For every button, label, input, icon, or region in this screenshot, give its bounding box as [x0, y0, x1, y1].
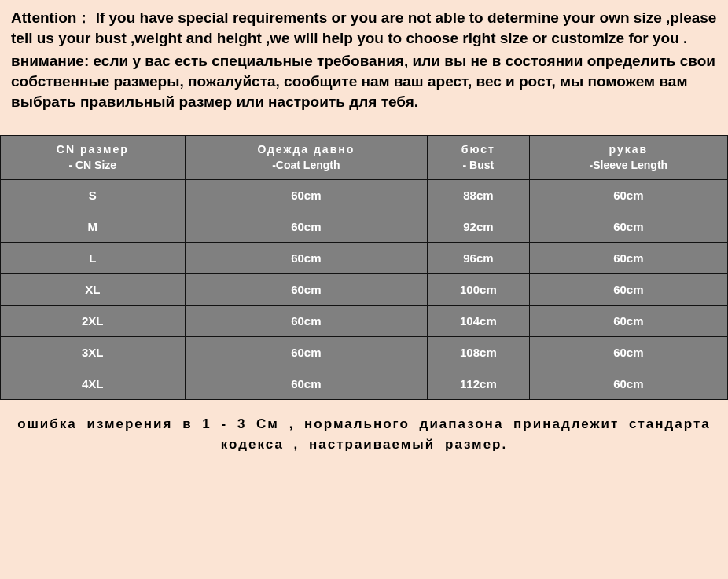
cell-bust: 92cm: [428, 211, 529, 243]
cell-coat: 60cm: [185, 306, 428, 337]
table-row: S60cm88cm60cm: [1, 180, 728, 211]
col-header-coat: Одежда давно -Coat Length: [185, 136, 428, 180]
cell-bust: 88cm: [428, 180, 529, 211]
size-chart-table: CN размер - CN Size Одежда давно -Coat L…: [0, 135, 728, 400]
col-header-top: CN размер: [57, 143, 129, 156]
cell-coat: 60cm: [185, 337, 428, 368]
table-row: XL60cm100cm60cm: [1, 274, 728, 306]
cell-coat: 60cm: [185, 274, 428, 306]
attention-en: Attention： If you have special requireme…: [11, 8, 717, 48]
col-header-sub: - CN Size: [4, 158, 182, 174]
cell-coat: 60cm: [185, 243, 428, 274]
cell-size: 4XL: [1, 368, 186, 400]
cell-sleeve: 60cm: [529, 243, 727, 274]
cell-bust: 96cm: [428, 243, 529, 274]
col-header-top: бюст: [461, 143, 495, 156]
footer-note: ошибка измерения в 1 - 3 См , нормальног…: [0, 400, 728, 462]
cell-bust: 100cm: [428, 274, 529, 306]
cell-bust: 104cm: [428, 306, 529, 337]
col-header-top: рукав: [609, 143, 649, 156]
cell-size: L: [1, 243, 186, 274]
table-header: CN размер - CN Size Одежда давно -Coat L…: [1, 136, 728, 180]
cell-sleeve: 60cm: [529, 337, 727, 368]
col-header-bust: бюст - Bust: [428, 136, 529, 180]
col-header-sub: -Coat Length: [189, 158, 425, 174]
cell-sleeve: 60cm: [529, 368, 727, 400]
cell-bust: 108cm: [428, 337, 529, 368]
attention-text: Attention： If you have special requireme…: [0, 0, 728, 127]
table-row: 2XL60cm104cm60cm: [1, 306, 728, 337]
table-body: S60cm88cm60cmM60cm92cm60cmL60cm96cm60cmX…: [1, 180, 728, 400]
col-header-size: CN размер - CN Size: [1, 136, 186, 180]
cell-sleeve: 60cm: [529, 180, 727, 211]
table-row: 4XL60cm112cm60cm: [1, 368, 728, 400]
cell-size: 3XL: [1, 337, 186, 368]
attention-ru: внимание: если у вас есть специальные тр…: [11, 51, 717, 112]
cell-size: 2XL: [1, 306, 186, 337]
col-header-sleeve: рукав -Sleeve Length: [529, 136, 727, 180]
table-row: 3XL60cm108cm60cm: [1, 337, 728, 368]
cell-sleeve: 60cm: [529, 211, 727, 243]
table-row: L60cm96cm60cm: [1, 243, 728, 274]
table-row: M60cm92cm60cm: [1, 211, 728, 243]
cell-bust: 112cm: [428, 368, 529, 400]
cell-sleeve: 60cm: [529, 306, 727, 337]
col-header-sub: -Sleeve Length: [533, 158, 724, 174]
col-header-sub: - Bust: [431, 158, 525, 174]
cell-coat: 60cm: [185, 368, 428, 400]
cell-sleeve: 60cm: [529, 274, 727, 306]
cell-coat: 60cm: [185, 211, 428, 243]
cell-size: M: [1, 211, 186, 243]
cell-size: XL: [1, 274, 186, 306]
cell-coat: 60cm: [185, 180, 428, 211]
col-header-top: Одежда давно: [257, 143, 355, 156]
cell-size: S: [1, 180, 186, 211]
